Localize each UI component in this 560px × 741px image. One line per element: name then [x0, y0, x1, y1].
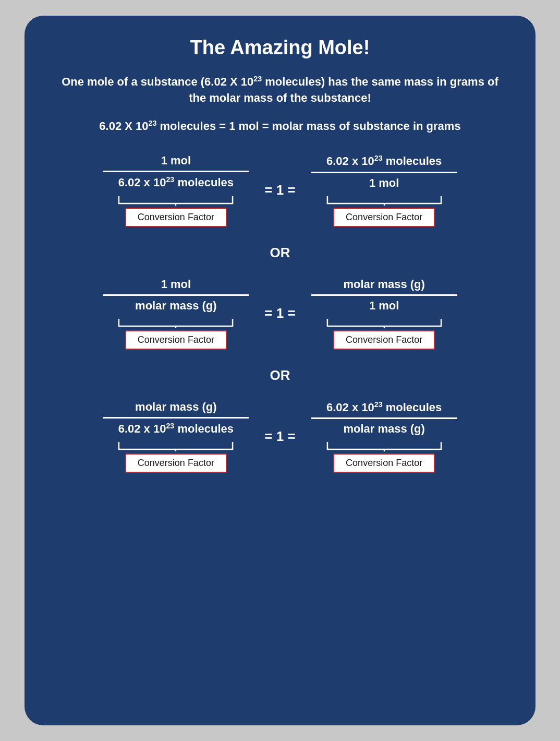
equals-1: = 1 = — [264, 182, 295, 198]
section-3: molar mass (g) 6.02 x 1023 molecules Con… — [56, 400, 504, 478]
conversion-factor-box-3-left: Conversion Factor — [125, 453, 227, 473]
main-card: The Amazing Mole! One mole of a substanc… — [25, 16, 535, 725]
bracket-label-2-right: Conversion Factor — [311, 317, 457, 350]
fraction-right-2: molar mass (g) 1 mol — [311, 278, 457, 313]
fraction-num-3-right: 6.02 x 1023 molecules — [326, 400, 442, 417]
fraction-group-left-2: 1 mol molar mass (g) Conversion Factor — [103, 278, 249, 350]
fraction-group-right-3: 6.02 x 1023 molecules molar mass (g) Con… — [311, 400, 457, 473]
fraction-den-3-right: molar mass (g) — [343, 419, 425, 436]
equation-text: 6.02 X 1023 molecules = 1 mol = molar ma… — [99, 119, 460, 133]
fraction-den-2-right: 1 mol — [369, 296, 399, 313]
fraction-right-1: 6.02 x 1023 molecules 1 mol — [311, 154, 457, 189]
conversion-factor-box-2-right: Conversion Factor — [333, 330, 435, 350]
bracket-svg-1-left — [114, 194, 238, 206]
bracket-label-2-left: Conversion Factor — [103, 317, 249, 350]
equals-2: = 1 = — [264, 305, 295, 321]
fraction-num-2-left: 1 mol — [161, 278, 191, 294]
fraction-row-3: molar mass (g) 6.02 x 1023 molecules Con… — [56, 400, 504, 473]
page-title: The Amazing Mole! — [190, 37, 370, 59]
fraction-den-1-left: 6.02 x 1023 molecules — [118, 172, 234, 189]
equals-3: = 1 = — [264, 428, 295, 445]
fraction-row-2: 1 mol molar mass (g) Conversion Factor =… — [56, 278, 504, 350]
conversion-factor-box-1-left: Conversion Factor — [125, 208, 227, 227]
fraction-num-2-right: molar mass (g) — [343, 278, 425, 294]
fraction-den-3-left: 6.02 x 1023 molecules — [118, 419, 234, 436]
bracket-label-3-right: Conversion Factor — [311, 440, 457, 473]
conversion-factor-box-2-left: Conversion Factor — [125, 330, 227, 350]
or-label-2: OR — [270, 367, 290, 384]
section-1: 1 mol 6.02 x 1023 molecules Conversion F… — [56, 154, 504, 232]
fraction-group-left-1: 1 mol 6.02 x 1023 molecules Conversion F… — [103, 154, 249, 226]
fraction-num-3-left: molar mass (g) — [135, 400, 217, 417]
intro-text: One mole of a substance (6.02 X 1023 mol… — [56, 74, 504, 106]
conversion-factor-box-3-right: Conversion Factor — [333, 453, 435, 473]
fraction-group-left-3: molar mass (g) 6.02 x 1023 molecules Con… — [103, 400, 249, 473]
bracket-svg-1-right — [322, 194, 446, 206]
bracket-label-1-left: Conversion Factor — [103, 194, 249, 227]
bracket-svg-3-left — [114, 440, 238, 451]
fraction-group-right-1: 6.02 x 1023 molecules 1 mol Conversion F… — [311, 154, 457, 226]
fraction-den-1-right: 1 mol — [369, 173, 399, 190]
bracket-label-3-left: Conversion Factor — [103, 440, 249, 473]
fraction-left-2: 1 mol molar mass (g) — [103, 278, 249, 313]
section-2: 1 mol molar mass (g) Conversion Factor =… — [56, 278, 504, 355]
bracket-label-1-right: Conversion Factor — [311, 194, 457, 227]
conversion-factor-box-1-right: Conversion Factor — [333, 208, 435, 227]
bracket-svg-3-right — [322, 440, 446, 451]
bracket-svg-2-left — [114, 317, 238, 328]
fraction-left-3: molar mass (g) 6.02 x 1023 molecules — [103, 400, 249, 436]
fraction-row-1: 1 mol 6.02 x 1023 molecules Conversion F… — [56, 154, 504, 226]
fraction-group-right-2: molar mass (g) 1 mol Conversion Factor — [311, 278, 457, 350]
fraction-left-1: 1 mol 6.02 x 1023 molecules — [103, 154, 249, 189]
bracket-svg-2-right — [322, 317, 446, 328]
or-label-1: OR — [270, 245, 290, 261]
fraction-num-1-right: 6.02 x 1023 molecules — [326, 154, 442, 171]
fraction-right-3: 6.02 x 1023 molecules molar mass (g) — [311, 400, 457, 436]
fraction-den-2-left: molar mass (g) — [135, 296, 217, 313]
fraction-num-1-left: 1 mol — [161, 154, 191, 171]
